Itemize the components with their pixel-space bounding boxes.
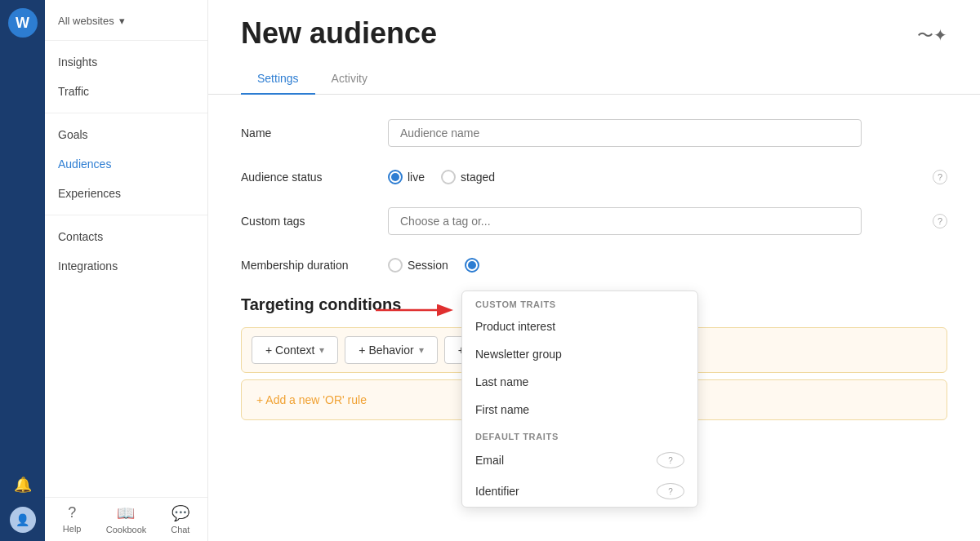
tags-row: Custom tags ? bbox=[241, 207, 947, 235]
help-button[interactable]: ? Help bbox=[45, 498, 99, 541]
sidebar-item-experiences[interactable]: Experiences bbox=[45, 179, 207, 208]
custom-traits-title: CUSTOM TRAITS bbox=[462, 291, 697, 313]
content-area: Name Audience status live staged bbox=[208, 95, 980, 541]
duration-session-option[interactable]: Session bbox=[388, 258, 448, 273]
tab-bar: Settings Activity bbox=[208, 64, 980, 95]
name-row: Name bbox=[241, 119, 947, 147]
name-label: Name bbox=[241, 126, 388, 140]
tags-help-icon[interactable]: ? bbox=[933, 214, 947, 228]
page-title: New audience bbox=[241, 16, 437, 51]
tab-settings[interactable]: Settings bbox=[241, 64, 315, 95]
cookbook-button[interactable]: 📖 Cookbook bbox=[99, 498, 153, 541]
dropdown-item-email[interactable]: Email ? bbox=[462, 445, 697, 476]
cookbook-label: Cookbook bbox=[106, 525, 147, 534]
status-live-option[interactable]: live bbox=[388, 170, 425, 184]
tab-activity[interactable]: Activity bbox=[315, 64, 384, 95]
sidebar-item-traffic[interactable]: Traffic bbox=[45, 77, 207, 106]
dropdown-item-first-name[interactable]: First name bbox=[462, 396, 697, 423]
tags-control bbox=[388, 207, 924, 235]
notification-icon[interactable]: 🔔 bbox=[14, 476, 32, 494]
trending-icon[interactable]: 〜✦ bbox=[917, 24, 947, 47]
duration-session-label: Session bbox=[408, 259, 448, 272]
status-label: Audience status bbox=[241, 171, 388, 184]
sidebar-item-audiences[interactable]: Audiences bbox=[45, 149, 207, 179]
status-radio-group: live staged bbox=[388, 170, 924, 184]
email-help-icon[interactable]: ? bbox=[657, 452, 684, 468]
audience-name-input[interactable] bbox=[388, 119, 862, 147]
sidebar-item-goals[interactable]: Goals bbox=[45, 120, 207, 149]
arrow-pointer bbox=[368, 298, 466, 326]
chat-label: Chat bbox=[171, 525, 189, 534]
name-control bbox=[388, 119, 947, 147]
sidebar: W 🔔 👤 All websites ▾ Insights Traffic Go… bbox=[0, 0, 208, 541]
brand-logo[interactable]: W bbox=[8, 8, 38, 38]
status-staged-radio[interactable] bbox=[441, 170, 456, 184]
footer-bar: ? Help 📖 Cookbook 💬 Chat bbox=[45, 497, 207, 541]
duration-row: Membership duration Session bbox=[241, 258, 947, 273]
status-live-radio[interactable] bbox=[388, 170, 403, 184]
chat-button[interactable]: 💬 Chat bbox=[154, 498, 207, 541]
help-label: Help bbox=[63, 524, 82, 534]
default-traits-title: DEFAULT TRAITS bbox=[462, 423, 697, 445]
sidebar-footer-icons: 🔔 👤 bbox=[0, 476, 45, 541]
main-content: New audience 〜✦ Settings Activity Name A… bbox=[208, 0, 980, 541]
behavior-button[interactable]: + Behavior ▾ bbox=[345, 336, 437, 364]
help-icon: ? bbox=[68, 504, 76, 521]
context-chevron-icon: ▾ bbox=[319, 344, 324, 356]
website-selector-row: All websites ▾ bbox=[45, 8, 207, 33]
tags-input[interactable] bbox=[388, 207, 862, 235]
duration-other-radio[interactable] bbox=[465, 258, 479, 273]
dropdown-item-product-interest[interactable]: Product interest bbox=[462, 313, 697, 340]
dropdown-item-newsletter-group[interactable]: Newsletter group bbox=[462, 340, 697, 368]
sidebar-item-contacts[interactable]: Contacts bbox=[45, 222, 207, 251]
status-row: Audience status live staged ? bbox=[241, 170, 947, 184]
sidebar-item-integrations[interactable]: Integrations bbox=[45, 251, 207, 281]
page-header: New audience 〜✦ bbox=[208, 0, 980, 51]
duration-control: Session bbox=[388, 258, 947, 273]
status-control: live staged bbox=[388, 170, 924, 184]
dropdown-item-last-name[interactable]: Last name bbox=[462, 368, 697, 396]
status-staged-label: staged bbox=[461, 171, 495, 184]
sidebar-nav: All websites ▾ Insights Traffic Goals Au… bbox=[45, 0, 207, 541]
chevron-down-icon[interactable]: ▾ bbox=[119, 15, 125, 27]
chat-icon: 💬 bbox=[172, 504, 189, 522]
avatar[interactable]: 👤 bbox=[10, 507, 36, 533]
duration-radio-group: Session bbox=[388, 258, 947, 273]
tags-label: Custom tags bbox=[241, 215, 388, 228]
duration-session-radio[interactable] bbox=[388, 258, 403, 273]
duration-other-option[interactable] bbox=[465, 258, 479, 273]
cookbook-icon: 📖 bbox=[117, 504, 135, 522]
status-live-label: live bbox=[408, 171, 425, 184]
status-staged-option[interactable]: staged bbox=[441, 170, 495, 184]
sidebar-brand-bar: W 🔔 👤 bbox=[0, 0, 45, 541]
context-button[interactable]: + Context ▾ bbox=[252, 336, 338, 364]
behavior-chevron-icon: ▾ bbox=[419, 344, 424, 356]
status-help-icon[interactable]: ? bbox=[933, 170, 947, 184]
website-selector-label: All websites bbox=[58, 15, 114, 27]
dropdown-item-identifier[interactable]: Identifier ? bbox=[462, 476, 697, 507]
identifier-help-icon[interactable]: ? bbox=[657, 483, 684, 499]
sidebar-item-insights[interactable]: Insights bbox=[45, 47, 207, 77]
add-or-rule-button[interactable]: + Add a new 'OR' rule bbox=[252, 388, 372, 411]
profile-dropdown[interactable]: CUSTOM TRAITS Product interest Newslette… bbox=[461, 290, 698, 508]
duration-label: Membership duration bbox=[241, 259, 388, 272]
